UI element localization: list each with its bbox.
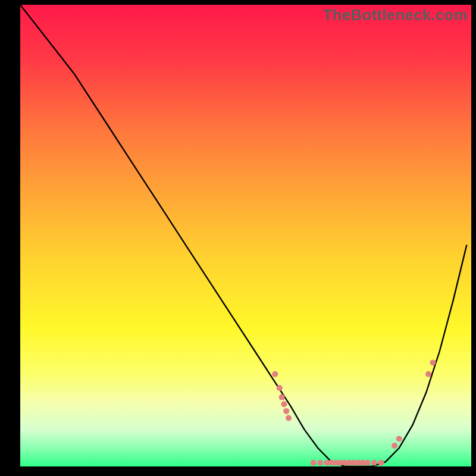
- sample-point: [279, 394, 285, 400]
- sample-point: [425, 371, 431, 377]
- sample-point: [378, 460, 384, 466]
- sample-point: [272, 371, 278, 377]
- sample-point: [430, 359, 436, 365]
- watermark-text: TheBottleneck.com: [323, 6, 468, 24]
- sample-point: [311, 460, 317, 466]
- sample-point: [317, 460, 323, 466]
- sample-point: [286, 415, 292, 421]
- sample-point: [283, 408, 289, 414]
- chart-container: TheBottleneck.com: [0, 0, 476, 476]
- sample-point: [365, 460, 371, 466]
- sample-point: [277, 385, 283, 391]
- sample-point: [281, 401, 287, 407]
- gradient-background: [20, 5, 471, 466]
- sample-point: [396, 436, 402, 441]
- chart-svg: [20, 5, 471, 466]
- plot-area: [20, 5, 471, 466]
- sample-point: [392, 443, 397, 449]
- sample-point: [371, 460, 377, 466]
